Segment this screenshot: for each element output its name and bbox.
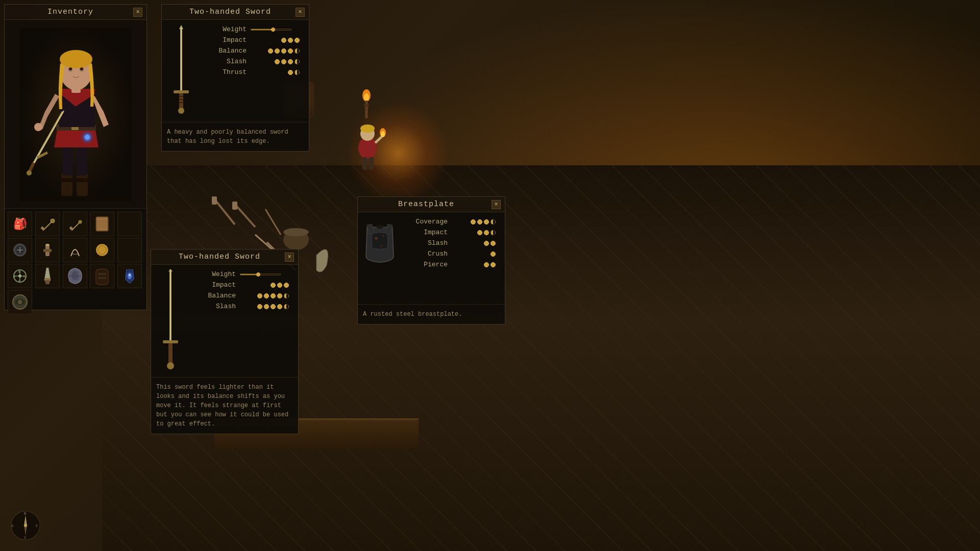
breastplate-crush-row: Crush bbox=[402, 248, 501, 259]
inv-slot-12[interactable] bbox=[63, 264, 87, 288]
breastplate-crush-dots bbox=[491, 252, 496, 257]
inv-slot-6[interactable] bbox=[35, 238, 60, 262]
inv-slot-10[interactable]: N E S W bbox=[8, 264, 32, 288]
svg-point-11 bbox=[381, 131, 385, 137]
svg-point-91 bbox=[167, 362, 174, 369]
dot bbox=[491, 241, 496, 246]
svg-rect-26 bbox=[63, 145, 73, 176]
sword1-weight-dot bbox=[271, 28, 275, 32]
sword1-weight-fill bbox=[251, 29, 273, 30]
dot bbox=[477, 219, 482, 224]
sword2-slash-dots bbox=[257, 304, 289, 309]
sword2-title: Two-handed Sword bbox=[179, 253, 260, 261]
dot bbox=[484, 230, 489, 235]
sword1-close-button[interactable]: × bbox=[296, 8, 305, 17]
sword1-weight-row: Weight bbox=[201, 24, 305, 35]
inventory-panel: Inventory × bbox=[4, 4, 147, 310]
svg-rect-82 bbox=[179, 93, 183, 110]
inv-slot-8[interactable] bbox=[90, 238, 114, 262]
sword2-weight-track bbox=[240, 273, 281, 276]
svg-text:E: E bbox=[23, 275, 26, 279]
svg-rect-2 bbox=[365, 101, 368, 118]
dot bbox=[264, 293, 269, 298]
sword1-thrust-label: Thrust bbox=[206, 68, 247, 76]
inv-slot-4[interactable] bbox=[117, 212, 142, 236]
sword2-layout: Weight Impact Balance bbox=[151, 265, 298, 375]
svg-point-75 bbox=[129, 274, 131, 276]
sword2-slash-label: Slash bbox=[195, 303, 236, 310]
sword2-image bbox=[155, 269, 186, 371]
sword1-layout: Weight Impact Balance bbox=[162, 20, 309, 120]
breastplate-crush-label: Crush bbox=[407, 250, 448, 258]
sword2-weight-label: Weight bbox=[195, 270, 236, 278]
sword2-header: Two-handed Sword × bbox=[151, 249, 298, 265]
dot bbox=[284, 283, 289, 288]
svg-point-63 bbox=[18, 274, 21, 278]
svg-rect-89 bbox=[163, 340, 178, 343]
svg-rect-57 bbox=[43, 249, 52, 252]
inv-slot-13[interactable] bbox=[90, 264, 114, 288]
dot bbox=[275, 59, 280, 64]
breastplate-stats: Coverage Impact Slash bbox=[402, 216, 501, 298]
svg-point-6 bbox=[360, 124, 375, 133]
breastplate-impact-label: Impact bbox=[407, 229, 448, 236]
svg-rect-90 bbox=[168, 343, 173, 364]
svg-point-93 bbox=[382, 235, 384, 237]
dot bbox=[491, 252, 496, 257]
dot bbox=[295, 48, 300, 54]
sword1-balance-label: Balance bbox=[206, 47, 247, 55]
sword2-balance-dots bbox=[257, 293, 289, 298]
dot bbox=[484, 262, 489, 267]
svg-rect-24 bbox=[60, 178, 74, 182]
breastplate-coverage-label: Coverage bbox=[407, 218, 448, 226]
dot bbox=[484, 241, 489, 246]
breastplate-description: A rusted steel breastplate. bbox=[358, 304, 505, 324]
sword1-thrust-dots bbox=[288, 70, 300, 75]
inv-slot-1[interactable] bbox=[35, 212, 60, 236]
svg-point-102 bbox=[24, 524, 27, 527]
inv-slot-5[interactable] bbox=[8, 238, 32, 262]
svg-rect-81 bbox=[174, 90, 189, 93]
inv-slot-11[interactable] bbox=[35, 264, 60, 288]
dot bbox=[275, 48, 280, 54]
breastplate-slash-label: Slash bbox=[407, 239, 448, 247]
svg-rect-22 bbox=[61, 173, 72, 196]
dot bbox=[277, 283, 282, 288]
svg-text:N: N bbox=[24, 512, 26, 516]
svg-point-42 bbox=[80, 67, 83, 70]
inv-slot-7[interactable] bbox=[63, 238, 87, 262]
compass: N S W E bbox=[10, 510, 41, 541]
sword2-weight-dot bbox=[256, 272, 260, 277]
svg-point-78 bbox=[18, 300, 22, 304]
inv-slot-3[interactable] bbox=[90, 212, 114, 236]
inv-slot-2[interactable] bbox=[63, 212, 87, 236]
svg-point-20 bbox=[283, 228, 309, 236]
breastplate-close-button[interactable]: × bbox=[492, 200, 501, 209]
inv-slot-15[interactable] bbox=[8, 290, 32, 314]
inv-slot-9[interactable] bbox=[117, 238, 142, 262]
inv-slot-0[interactable]: 🎒 bbox=[8, 212, 32, 236]
inventory-close-button[interactable]: × bbox=[133, 8, 142, 17]
inv-slot-14[interactable] bbox=[117, 264, 142, 288]
sword2-close-button[interactable]: × bbox=[285, 253, 294, 262]
sword1-header: Two-handed Sword × bbox=[162, 5, 309, 20]
dot bbox=[268, 48, 273, 54]
svg-point-46 bbox=[51, 219, 55, 223]
svg-rect-15 bbox=[232, 202, 237, 210]
sword1-balance-row: Balance bbox=[201, 45, 305, 56]
sword1-impact-row: Impact bbox=[201, 35, 305, 45]
breastplate-pierce-dots bbox=[484, 262, 496, 267]
svg-rect-27 bbox=[77, 145, 87, 176]
dot bbox=[284, 304, 289, 309]
sword1-description: A heavy and poorly balanced sword that h… bbox=[162, 122, 309, 151]
svg-rect-49 bbox=[97, 218, 107, 230]
svg-rect-7 bbox=[362, 157, 368, 170]
dot bbox=[295, 70, 300, 75]
sword2-impact-label: Impact bbox=[195, 281, 236, 289]
sword2-stats: Weight Impact Balance bbox=[190, 269, 294, 371]
breastplate-pierce-label: Pierce bbox=[407, 261, 448, 268]
sword1-stats: Weight Impact Balance bbox=[201, 24, 305, 116]
dot bbox=[257, 304, 262, 309]
dot bbox=[284, 293, 289, 298]
dot bbox=[288, 70, 293, 75]
